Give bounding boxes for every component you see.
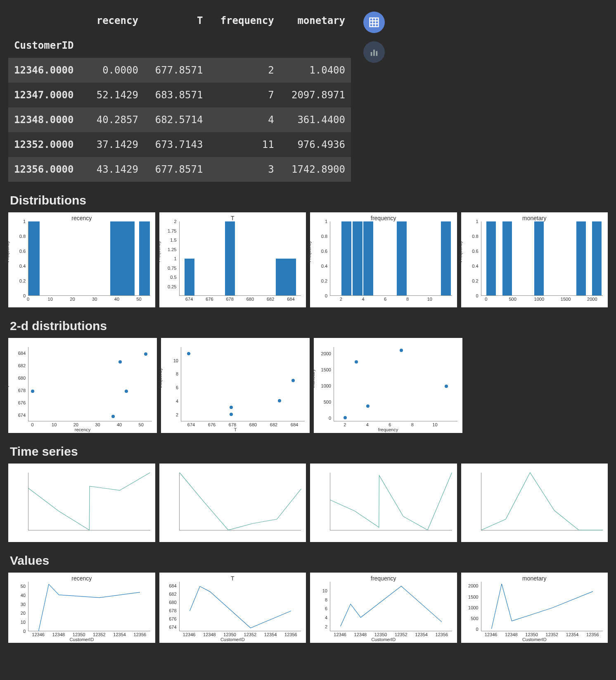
y-tick: 678	[169, 608, 176, 613]
x-tick: 1500	[561, 297, 571, 302]
bar-chart-icon	[368, 46, 380, 58]
y-tick: 4	[325, 615, 327, 620]
chart-monetary: monetaryfrequency0500100015002000246810	[314, 338, 462, 433]
y-tick: 0.2	[19, 278, 26, 283]
chart-frequency: frequencyCustomerID246810123461234812350…	[310, 573, 457, 643]
cell-recency: 43.1429	[86, 157, 144, 182]
bar	[592, 221, 602, 295]
y-tick: 684	[18, 351, 26, 356]
chart-T: TFrequency0.250.50.7511.251.51.752674676…	[159, 212, 306, 307]
cell-monetary: 2097.8971	[280, 83, 351, 107]
line-plot	[330, 473, 452, 530]
chart-T: TCustomerID67467667868068268412346123481…	[159, 573, 306, 643]
chart-title: recency	[8, 575, 155, 582]
chart-plot	[310, 464, 457, 542]
x-tick: 12354	[113, 632, 126, 637]
point	[355, 360, 358, 364]
table-row: 12347.0000 52.1429 683.8571 7 2097.8971	[8, 83, 351, 107]
y-tick: 1	[476, 219, 478, 224]
x-tick: 684	[287, 297, 294, 302]
x-tick: 2	[340, 297, 342, 302]
x-tick: 4	[366, 422, 369, 427]
x-tick: 12348	[203, 632, 216, 637]
row-id: 12348.0000	[8, 107, 86, 132]
table-row: 12346.0000 0.0000 677.8571 2 1.0400	[8, 58, 351, 83]
col-T: T	[144, 8, 209, 33]
y-tick: 674	[169, 625, 176, 630]
dist2d-heading: 2-d distributions	[10, 319, 608, 333]
chart-frequency: frequencyT246810674676678680682684	[161, 338, 310, 433]
bar	[286, 259, 296, 296]
y-tick: 50	[21, 584, 26, 589]
x-tick: 10	[48, 297, 53, 302]
y-tick: 0.4	[472, 264, 478, 269]
chart-view-button[interactable]	[363, 41, 385, 63]
bar	[185, 259, 195, 296]
y-tick: 4	[176, 399, 178, 404]
svg-rect-6	[373, 50, 375, 56]
y-tick: 0.4	[19, 264, 26, 269]
x-tick: 12350	[525, 632, 538, 637]
point	[111, 415, 115, 418]
point	[230, 406, 233, 409]
x-tick: 40	[117, 422, 122, 427]
y-tick: 1	[23, 219, 26, 224]
row-id: 12352.0000	[8, 132, 86, 157]
cell-frequency: 11	[208, 132, 280, 157]
cell-T: 677.8571	[144, 157, 209, 182]
chart-plot	[8, 464, 155, 542]
y-tick: 1000	[321, 383, 331, 388]
x-tick: 12346	[485, 632, 498, 637]
x-tick: 0	[27, 297, 29, 302]
x-tick: 2	[344, 422, 346, 427]
cell-frequency: 3	[208, 157, 280, 182]
index-label: CustomerID	[8, 33, 86, 58]
bar	[397, 221, 407, 295]
col-recency: recency	[86, 8, 144, 33]
x-tick: 30	[92, 297, 97, 302]
bar	[28, 221, 40, 295]
y-tick: 0	[329, 416, 331, 421]
x-tick: 674	[187, 422, 195, 427]
data-table: recency T frequency monetary CustomerID …	[8, 8, 351, 182]
y-tick: 0	[23, 629, 26, 634]
bar	[225, 221, 235, 295]
y-tick: 1500	[468, 594, 478, 599]
row-id: 12346.0000	[8, 58, 86, 83]
y-tick: 2000	[321, 351, 331, 356]
chart-title: monetary	[461, 575, 608, 582]
point	[400, 349, 403, 352]
col-frequency: frequency	[208, 8, 280, 33]
point	[445, 385, 448, 388]
table-row: 12356.0000 43.1429 677.8571 3 1742.8900	[8, 157, 351, 182]
point	[187, 352, 190, 355]
y-tick: 0.5	[170, 275, 176, 280]
cell-T: 673.7143	[144, 132, 209, 157]
chart-T: Trecency67467667868068268401020304050	[8, 338, 157, 433]
cell-recency: 40.2857	[86, 107, 144, 132]
y-tick: 8	[176, 371, 178, 376]
point	[278, 399, 281, 402]
line-plot	[28, 473, 150, 530]
x-tick: 12346	[32, 632, 45, 637]
x-tick: 12346	[183, 632, 196, 637]
x-tick: 12354	[264, 632, 277, 637]
y-tick: 20	[21, 611, 26, 616]
values-heading: Values	[10, 554, 608, 568]
x-tick: 500	[509, 297, 516, 302]
x-tick: 682	[270, 422, 277, 427]
cell-recency: 0.0000	[86, 58, 144, 83]
chart-frequency: frequencyFrequency00.20.40.60.81246810	[310, 212, 457, 307]
y-tick: 0.2	[472, 278, 478, 283]
bar	[123, 221, 135, 295]
y-tick: 6	[325, 606, 327, 611]
x-tick: 676	[208, 422, 216, 427]
table-view-button[interactable]	[363, 12, 385, 33]
table-index-row: CustomerID	[8, 33, 351, 58]
x-tick: 12350	[374, 632, 387, 637]
bar	[276, 259, 286, 296]
line-plot	[180, 582, 301, 631]
x-tick: 50	[137, 297, 142, 302]
y-tick: 10	[322, 588, 327, 593]
svg-rect-5	[371, 52, 372, 56]
